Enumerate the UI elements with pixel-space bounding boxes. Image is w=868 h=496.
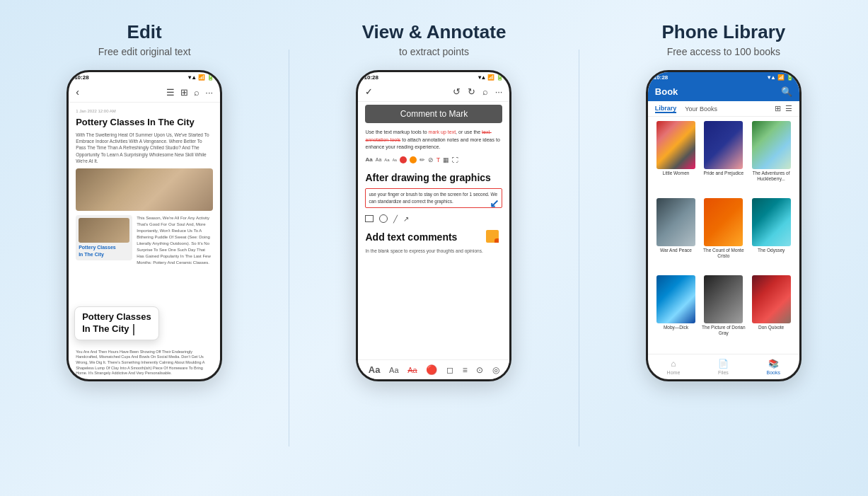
library-title: Phone Library bbox=[661, 21, 785, 43]
pen-icon[interactable]: ╱ bbox=[393, 214, 398, 224]
wifi-icon-3: ▾▲ bbox=[768, 74, 776, 81]
book-title: Don Quixote bbox=[758, 325, 784, 330]
book-title: Pride and Prejudice bbox=[703, 171, 743, 176]
library-subtitle: Free access to 100 books bbox=[667, 46, 780, 57]
books-icon: 📚 bbox=[768, 359, 779, 369]
color-orange[interactable] bbox=[410, 156, 417, 163]
battery-icon: 🔋 bbox=[207, 74, 214, 81]
edit-subtitle: Free edit original text bbox=[98, 46, 191, 57]
comment-bar[interactable]: Comment to Mark bbox=[365, 105, 502, 123]
more-icon-2[interactable]: ··· bbox=[495, 86, 503, 97]
annotate-status-bar: 10:28 ▾▲ 📶 🔋 bbox=[358, 72, 509, 82]
check-icon[interactable]: ✓ bbox=[365, 86, 373, 97]
font-aa-2[interactable]: Aa bbox=[389, 366, 398, 374]
redo-icon[interactable]: ↻ bbox=[468, 86, 475, 97]
edit-toolbar: ‹ ☰ ⊞ ⌕ ··· bbox=[69, 82, 220, 103]
book-cover-dorian-gray bbox=[704, 275, 743, 323]
pencil-icon[interactable]: ✏ bbox=[419, 156, 425, 166]
annotate-toolbar: ✓ ↺ ↻ ⌕ ··· bbox=[358, 82, 509, 102]
highlight-icon[interactable]: ▦ bbox=[443, 156, 449, 166]
book-item[interactable]: The Odyssey bbox=[748, 198, 793, 272]
font-size-aa-3[interactable]: Aa bbox=[384, 157, 389, 163]
section3-sub: In the blank space to express your thoug… bbox=[365, 248, 482, 255]
book-cover-don-quixote bbox=[752, 275, 791, 323]
eraser-icon[interactable]: ⊘ bbox=[428, 156, 434, 166]
grid-icon[interactable]: ⊞ bbox=[180, 87, 188, 98]
nav-files-label: Files bbox=[718, 370, 729, 375]
strikethrough-btn[interactable]: Aa bbox=[407, 366, 417, 374]
section2-title: After drawing the graphics bbox=[365, 171, 502, 185]
library-bottom-nav: ⌂ Home 📄 Files 📚 Books bbox=[648, 354, 799, 379]
underline-container: use your finger or brush to stay on the … bbox=[365, 188, 502, 211]
annotate-title: View & Annotate bbox=[362, 21, 507, 43]
tab-library[interactable]: Library bbox=[655, 105, 677, 113]
highlight-text: mark up text bbox=[429, 129, 456, 134]
format-icon[interactable]: ☰ bbox=[166, 87, 175, 98]
book-item[interactable]: Pride and Prejudice bbox=[701, 121, 746, 195]
article-image bbox=[76, 168, 213, 211]
color-fill-btn[interactable]: 🔴 bbox=[426, 364, 437, 375]
add-text-titles: Add text comments In the blank space to … bbox=[365, 230, 482, 255]
target-btn[interactable]: ◎ bbox=[492, 365, 499, 375]
font-size-aa-4[interactable]: Aa bbox=[393, 158, 397, 163]
grid-view-icon[interactable]: ⊞ bbox=[775, 104, 781, 113]
annotation-toolbar: Aa Aa Aa Aa ✏ ⊘ T ▦ ⛶ bbox=[365, 156, 502, 166]
books-grid: Little Women Pride and Prejudice The Adv… bbox=[648, 117, 799, 354]
search-icon-2[interactable]: ⌕ bbox=[482, 86, 488, 97]
library-search-icon[interactable]: 🔍 bbox=[781, 86, 792, 97]
edit-bottom-text: You Are And Then Hours Have Been Showing… bbox=[69, 347, 220, 379]
book-item[interactable]: Moby—Dick bbox=[654, 275, 698, 350]
book-title: The Count of Monte Cristo bbox=[701, 248, 746, 259]
library-tabs: Library Your Books ⊞ ☰ bbox=[648, 101, 799, 117]
book-cover-odyssey bbox=[752, 198, 791, 246]
book-item[interactable]: Little Women bbox=[654, 121, 698, 195]
font-size-aa-2[interactable]: Aa bbox=[376, 156, 382, 164]
circle-icon[interactable] bbox=[379, 214, 388, 223]
toolbar-icons: ☰ ⊞ ⌕ ··· bbox=[166, 87, 213, 98]
wifi-icon-2: ▾▲ bbox=[478, 74, 487, 81]
list-view-icon[interactable]: ☰ bbox=[785, 104, 792, 113]
nav-files[interactable]: 📄 Files bbox=[718, 359, 729, 375]
book-title: War And Peace bbox=[660, 248, 692, 253]
book-item[interactable]: The Adventures of Huckleberry... bbox=[748, 121, 793, 195]
book-item[interactable]: Don Quixote bbox=[748, 275, 793, 350]
edit-tooltip: Pottery ClassesIn The City bbox=[74, 306, 159, 340]
back-button[interactable]: ‹ bbox=[76, 86, 79, 98]
home-icon: ⌂ bbox=[671, 359, 676, 369]
book-cover-moby-dick bbox=[656, 275, 695, 323]
nav-books[interactable]: 📚 Books bbox=[767, 359, 780, 375]
annotate-text-mid: , or use the bbox=[456, 129, 482, 134]
nav-home[interactable]: ⌂ Home bbox=[667, 359, 681, 375]
book-item[interactable]: War And Peace bbox=[654, 198, 698, 272]
book-item[interactable]: The Count of Monte Cristo bbox=[701, 198, 746, 272]
edit-title: Edit bbox=[127, 21, 162, 43]
annotate-phone: 10:28 ▾▲ 📶 🔋 ✓ ↺ ↻ ⌕ ··· Comment to Mark bbox=[356, 70, 511, 381]
list-btn[interactable]: ≡ bbox=[463, 365, 468, 375]
arrow-tool-icon[interactable]: ↗ bbox=[403, 214, 409, 224]
undo-icon[interactable]: ↺ bbox=[453, 86, 461, 97]
book-item[interactable]: The Picture of Dorian Gray bbox=[701, 275, 746, 350]
link-icon[interactable]: ⛶ bbox=[452, 156, 458, 166]
color-red[interactable] bbox=[400, 156, 407, 163]
tooltip-text: Pottery ClassesIn The City bbox=[82, 311, 151, 334]
font-size-aa-1[interactable]: Aa bbox=[365, 156, 372, 164]
card-image bbox=[79, 218, 129, 243]
book-title: The Picture of Dorian Gray bbox=[701, 325, 746, 336]
text-color-icon[interactable]: T bbox=[436, 156, 441, 166]
card-title: Pottery ClassesIn The City bbox=[79, 244, 129, 258]
book-cover-huckleberry bbox=[752, 121, 791, 169]
tab-your-books[interactable]: Your Books bbox=[685, 105, 717, 113]
status-icons: ▾▲ 📶 🔋 bbox=[188, 74, 214, 81]
font-aa-1[interactable]: Aa bbox=[369, 364, 381, 375]
edit-section: Edit Free edit original text 10:28 ▾▲ 📶 … bbox=[0, 0, 289, 496]
article-title: Pottery Classes In The City bbox=[76, 117, 213, 129]
nav-books-label: Books bbox=[767, 370, 780, 375]
annotate-bottom-bar: Aa Aa Aa 🔴 ◻ ≡ ⊙ bbox=[358, 359, 509, 379]
link-btn[interactable]: ⊙ bbox=[476, 365, 483, 375]
more-icon[interactable]: ··· bbox=[205, 87, 213, 98]
library-status-bar: 10:28 ▾▲ 📶 🔋 bbox=[648, 72, 799, 82]
library-app-title: Book bbox=[655, 86, 781, 97]
rect-icon[interactable] bbox=[365, 215, 374, 222]
eraser-btn[interactable]: ◻ bbox=[446, 365, 453, 375]
search-icon[interactable]: ⌕ bbox=[194, 87, 199, 98]
